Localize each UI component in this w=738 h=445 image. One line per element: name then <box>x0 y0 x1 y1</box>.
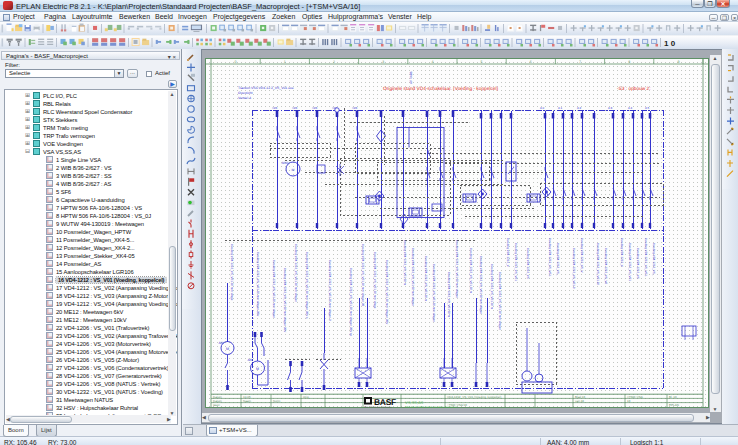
svg-text:M: M <box>292 167 295 171</box>
svg-text:-M0: -M0 <box>247 358 253 362</box>
svg-text:Orig.: Orig. <box>303 394 310 398</box>
svg-text:-S3 : opbouw 2:: -S3 : opbouw 2: <box>617 86 651 92</box>
svg-text:2: 2 <box>333 59 335 63</box>
svg-text:Versie\ 4: Versie\ 4 <box>238 96 251 100</box>
svg-text:Voeding VD4-1212_VS_V01.02 mm: Voeding VD4-1212_VS_V01.02 mm Wagen <box>411 248 415 306</box>
svg-text:Voeding VD4-1212_VS_V01.02 mm: Voeding VD4-1212_VS_V01.02 mm Wagen 36V <box>385 260 389 324</box>
svg-text:Voeding VD4-1212_VS_V01.02 mm: Voeding VD4-1212_VS_V01.02 mm Wagen 36V <box>283 268 287 332</box>
svg-text:6: 6 <box>530 59 532 63</box>
svg-text:Voeding VD4-1212_VS_V01.02 mm: Voeding VD4-1212_VS_V01.02 mm Wagen <box>432 264 436 322</box>
svg-text:4.4: 4.4 <box>628 106 633 110</box>
svg-text:Voeding VD4-1212_VS_V01.02 mm: Voeding VD4-1212_VS_V01.02 mm Wagen <box>272 260 276 318</box>
svg-text:Voeding VD4-1212_VS_V01.02 mm: Voeding VD4-1212_VS_V01.02 mm Wagen 36V … <box>349 268 353 337</box>
svg-text:Voeding VD4-1212_VS: Voeding VD4-1212_VS <box>636 248 640 279</box>
svg-text:Voeding VD4-1212_VS_V01.02 m: Voeding VD4-1212_VS_V01.02 m <box>490 264 494 310</box>
svg-text:4.2: 4.2 <box>577 106 582 110</box>
svg-text:VD4-1212_VS_V01 (Voeding, kopp: VD4-1212_VS_V01 (Voeding, koppelcel) <box>447 394 501 398</box>
svg-text:M: M <box>256 366 259 370</box>
svg-text:Voeding VD4-1212_VS_V01.02 mm: Voeding VD4-1212_VS_V01.02 mm Wagen 3 <box>328 260 332 321</box>
svg-text:Voeding VD4-1212_VS_V01.02 mm: Voeding VD4-1212_VS_V01.02 mm Wagen 36V <box>256 252 260 316</box>
svg-text:V04-Q1-F (VD4-1212) Voeding, k: V04-Q1-F (VD4-1212) Voeding, koppelcel <box>405 404 457 407</box>
svg-text:0: 0 <box>235 59 237 63</box>
svg-text:4.3: 4.3 <box>608 106 613 110</box>
svg-text:Voeding VD4-1212_VS_V01.02 mm: Voeding VD4-1212_VS_V01.02 mm Wage <box>230 244 234 301</box>
svg-text:van 44: van 44 <box>575 398 584 402</box>
svg-text:Voeding VD4-1212_VS_V01.02 mm: Voeding VD4-1212_VS_V01.02 mm Wagen <box>498 272 502 330</box>
svg-text:4: 4 <box>431 59 433 63</box>
svg-text:Voeding VD4-1212_VS_V01.02 m: Voeding VD4-1212_VS_V01.02 m <box>447 272 451 318</box>
svg-text:4.5: 4.5 <box>645 106 650 110</box>
svg-text:4.0: 4.0 <box>540 106 545 110</box>
svg-text:=26: =26 <box>292 105 297 109</box>
svg-text:Voeding VD4-1212_VS_V01.02: Voeding VD4-1212_VS_V01.02 <box>596 243 600 285</box>
svg-text:Voeding VD4-1212_VS_V01.02 m: Voeding VD4-1212_VS_V01.02 m <box>469 248 473 294</box>
svg-text:Voeding VD4-1212_VS_V01.0: Voeding VD4-1212_VS_V01.0 <box>572 248 576 289</box>
svg-text:Voeding VD4-1212_VS_: Voeding VD4-1212_VS_ <box>556 243 560 276</box>
svg-text:Voeding VD4-1212_VS_V01: Voeding VD4-1212_VS_V01 <box>628 243 632 281</box>
svg-text:The Chemical Company: The Chemical Company <box>364 405 393 408</box>
svg-text:EPLAN: EPLAN <box>669 403 679 407</box>
svg-text:Voeding VD4-1212_VS_V01: Voeding VD4-1212_VS_V01 <box>514 243 518 281</box>
svg-text:Voeding VD4-1212_VS_V01.: Voeding VD4-1212_VS_V01. <box>548 238 552 277</box>
svg-text:7: 7 <box>579 59 581 63</box>
svg-text:Traction VSA VD4-12.2_VS_V01.e: Traction VSA VD4-12.2_VS_V01.exe <box>238 86 294 90</box>
svg-text:Voeding VD4-1212_VS_V01.02 mm: Voeding VD4-1212_VS_V01.02 mm Wagen <box>455 240 459 298</box>
svg-text:Voeding VD4-1212_VS: Voeding VD4-1212_VS <box>526 248 530 279</box>
svg-text:=26: =26 <box>352 105 357 109</box>
svg-text:Voeding VD4-1212_VS_V01.: Voeding VD4-1212_VS_V01. <box>644 238 648 277</box>
svg-text:-M0: -M0 <box>218 341 224 345</box>
svg-text:Voeding VD4-1212_VS_V: Voeding VD4-1212_VS_V <box>580 238 584 273</box>
svg-text:Voeding VD4-1212_VS_V0: Voeding VD4-1212_VS_V0 <box>604 248 608 285</box>
svg-text:Voeding VD4-1212_V: Voeding VD4-1212_V <box>506 238 510 267</box>
svg-text:5: 5 <box>481 59 483 63</box>
svg-text:1 0: 1 0 <box>664 38 676 47</box>
svg-text:Norm: Norm <box>273 398 281 402</box>
svg-text:Voeding VD4-1212_VS_V01.02 m: Voeding VD4-1212_VS_V01.02 m <box>403 240 407 286</box>
svg-text:Voeding VD4-1212_VS_V01.02 mm: Voeding VD4-1212_VS_V01.02 mm Wagen 36V … <box>305 252 309 319</box>
svg-text:1: 1 <box>284 59 286 63</box>
svg-text:Gepr.: Gepr. <box>213 403 221 407</box>
svg-text:4.1: 4.1 <box>558 106 563 110</box>
svg-text:Voeding VD4-1212_VS_V01.02 mm: Voeding VD4-1212_VS_V01.02 mm Wagen <box>479 256 483 314</box>
svg-text:M: M <box>226 346 229 350</box>
svg-text:Originele stand VD4-schakelaar: Originele stand VD4-schakelaar. (Voeding… <box>383 86 499 92</box>
svg-text:Voeding VD4-1212_VS_V01.02 mm: Voeding VD4-1212_VS_V01.02 mm Wagen <box>294 244 298 302</box>
svg-text:9: 9 <box>677 59 679 63</box>
svg-text:AF VA06: AF VA06 <box>409 71 413 84</box>
svg-text:Naam: Naam <box>243 398 252 402</box>
svg-text:Voeding VD4-1212_VS_: Voeding VD4-1212_VS_ <box>652 243 656 276</box>
svg-text:Voeding VD4-1212_VS_V01.02 m: Voeding VD4-1212_VS_V01.02 m <box>424 256 428 302</box>
svg-text:Voeding VD4-1212_V: Voeding VD4-1212_V <box>620 238 624 267</box>
svg-text:3: 3 <box>382 59 384 63</box>
svg-text:16: 16 <box>627 398 631 402</box>
svg-text:-M40: -M40 <box>281 161 288 165</box>
svg-text:=26: =26 <box>312 105 317 109</box>
svg-text:Overzicht: Overzicht <box>238 91 252 95</box>
svg-text:Voeding VD4-1212_VS_V01.02 mm: Voeding VD4-1212_VS_V01.02 mm Wage <box>373 252 377 309</box>
svg-text:=26: =26 <box>272 105 277 109</box>
svg-text:8: 8 <box>628 59 630 63</box>
svg-text:Voeding VD4-1212_VS_V01.02 mm: Voeding VD4-1212_VS_V01.02 mm Wagen 36 <box>361 244 365 307</box>
svg-text:Bl. 16: Bl. 16 <box>669 394 677 398</box>
